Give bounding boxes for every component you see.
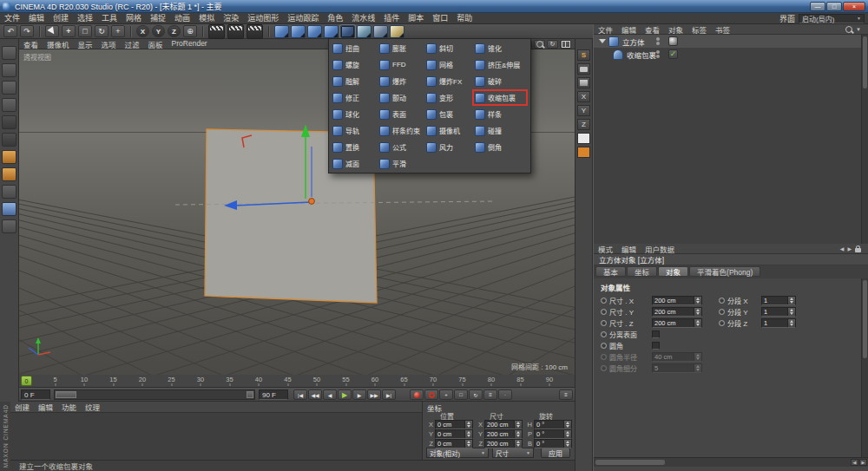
edges-mode-icon[interactable] bbox=[2, 133, 16, 147]
keyframe-selection-icon[interactable]: ≡ bbox=[559, 389, 573, 400]
spline-pen-icon[interactable] bbox=[291, 25, 306, 38]
deformer-menu-item[interactable]: 颤动 bbox=[377, 89, 424, 106]
stepper-icon[interactable] bbox=[464, 430, 472, 438]
deformer-menu-item[interactable]: 螺旋 bbox=[330, 56, 377, 73]
deformer-menu-item[interactable]: 挤压&伸展 bbox=[472, 56, 528, 73]
solo-toggle-icon[interactable]: S bbox=[577, 49, 590, 61]
apply-button[interactable]: 应用 bbox=[541, 448, 570, 458]
stepper-icon[interactable] bbox=[694, 308, 701, 316]
history-back-icon[interactable]: ◀ bbox=[840, 245, 845, 252]
x-axis-tile[interactable]: X bbox=[577, 91, 590, 102]
menu-item[interactable]: 脚本 bbox=[404, 13, 428, 23]
previous-frame-button[interactable]: ◀ bbox=[323, 389, 337, 400]
minimize-button[interactable]: — bbox=[810, 2, 825, 11]
menu-item[interactable]: 窗口 bbox=[428, 13, 452, 23]
viewport-menu-item[interactable]: 显示 bbox=[74, 39, 97, 49]
material-list[interactable] bbox=[10, 413, 422, 460]
next-key-button[interactable]: ▶▶ bbox=[367, 389, 381, 400]
layout-select[interactable]: 启动(局内) ▼ bbox=[799, 14, 865, 23]
deformer-menu-item[interactable]: 风力 bbox=[424, 139, 472, 155]
tab-坐标[interactable]: 坐标 bbox=[627, 266, 657, 277]
viewport-solo-icon[interactable] bbox=[2, 185, 16, 199]
polygons-mode-icon[interactable] bbox=[2, 150, 16, 164]
workplane-mode-icon[interactable] bbox=[2, 98, 16, 112]
record-scale-toggle[interactable]: □ bbox=[454, 389, 468, 400]
scrollbar-thumb[interactable] bbox=[863, 36, 867, 88]
deformer-menu-item[interactable]: 包裹 bbox=[424, 106, 472, 122]
keyframe-dot-icon[interactable] bbox=[719, 320, 725, 326]
keyframe-dot-icon[interactable] bbox=[601, 343, 607, 349]
scale-tool-button[interactable]: □ bbox=[78, 25, 92, 37]
coordinate-field[interactable]: 0 cm bbox=[435, 429, 473, 439]
deformer-menu-item[interactable]: 置换 bbox=[330, 139, 377, 155]
camera-icon[interactable] bbox=[373, 25, 388, 38]
zoom-view-icon[interactable] bbox=[534, 40, 545, 49]
editor-visibility-dot[interactable] bbox=[656, 50, 660, 54]
deformer-menu-item[interactable]: 膨胀 bbox=[377, 40, 424, 56]
previous-key-button[interactable]: ◀◀ bbox=[308, 389, 322, 400]
points-mode-icon[interactable] bbox=[2, 115, 16, 129]
deformer-menu-item[interactable]: 样条 bbox=[472, 106, 528, 122]
object-manager-menu[interactable]: 查看 bbox=[641, 24, 664, 35]
stepper-icon[interactable] bbox=[514, 430, 522, 438]
filter-icon[interactable]: ▼ bbox=[856, 27, 861, 32]
z-axis-lock-button[interactable]: Z bbox=[168, 25, 181, 37]
tab-基本[interactable]: 基本 bbox=[595, 266, 626, 277]
x-axis-lock-button[interactable]: X bbox=[136, 25, 149, 37]
model-mode-icon[interactable] bbox=[2, 63, 16, 77]
deformer-icon[interactable] bbox=[340, 25, 355, 38]
menu-item[interactable]: 网格 bbox=[122, 13, 146, 23]
stepper-icon[interactable] bbox=[464, 421, 472, 428]
property-field[interactable]: 200 cm bbox=[652, 296, 702, 305]
deformer-menu-item[interactable]: 网格 bbox=[424, 56, 472, 73]
horizontal-scrollbar[interactable]: ◀ ▶ bbox=[594, 457, 868, 467]
range-end-handle[interactable] bbox=[247, 391, 253, 398]
object-manager-menu[interactable]: 编辑 bbox=[617, 24, 641, 35]
stepper-icon[interactable] bbox=[464, 440, 472, 448]
deformer-menu-item[interactable]: 减面 bbox=[330, 155, 377, 172]
keyframe-dot-icon[interactable] bbox=[601, 320, 607, 326]
coordinate-system-button[interactable]: ⊕ bbox=[183, 25, 197, 37]
coordinate-field[interactable]: 200 cm bbox=[484, 439, 523, 448]
editor-visibility-dot[interactable] bbox=[656, 37, 660, 41]
deformer-menu-item[interactable]: 摄像机 bbox=[424, 122, 472, 139]
play-forward-button[interactable]: ▶ bbox=[338, 389, 352, 400]
attribute-manager-menu[interactable]: 用户数据 bbox=[641, 244, 679, 254]
deformer-menu-item[interactable]: 变形 bbox=[424, 89, 472, 106]
menu-item[interactable]: 创建 bbox=[49, 13, 73, 23]
stepper-icon[interactable] bbox=[563, 421, 571, 428]
attribute-manager-menu[interactable]: 模式 bbox=[594, 244, 617, 254]
viewport-menu-item[interactable]: 面板 bbox=[144, 39, 168, 49]
enable-axis-icon[interactable] bbox=[2, 167, 16, 181]
make-editable-icon[interactable] bbox=[2, 46, 16, 60]
menu-item[interactable]: 运动跟踪 bbox=[283, 13, 323, 23]
live-selection-button[interactable] bbox=[45, 25, 59, 37]
range-start-handle[interactable] bbox=[56, 391, 76, 398]
menu-item[interactable]: 捕捉 bbox=[146, 13, 170, 23]
rotate-tool-button[interactable]: ↻ bbox=[95, 25, 108, 37]
record-rotation-toggle[interactable]: ↻ bbox=[469, 389, 483, 400]
snap-icon[interactable] bbox=[2, 202, 16, 216]
property-field[interactable]: 1 bbox=[761, 296, 796, 305]
viewport-menu-item[interactable]: ProRender bbox=[168, 39, 212, 49]
property-field[interactable]: 200 cm bbox=[652, 307, 702, 317]
deformer-menu-item[interactable]: 倒角 bbox=[472, 139, 528, 155]
menu-item[interactable]: 编辑 bbox=[24, 13, 49, 23]
current-frame-field[interactable]: 0 F bbox=[21, 389, 50, 400]
visibility-dots[interactable] bbox=[656, 50, 660, 58]
viewport-menu-item[interactable]: 摄像机 bbox=[43, 39, 74, 49]
stepper-icon[interactable] bbox=[787, 319, 795, 327]
object-manager-menu[interactable]: 文件 bbox=[594, 24, 617, 35]
stepper-icon[interactable] bbox=[694, 297, 701, 304]
autokeying-button[interactable] bbox=[424, 389, 438, 400]
deformer-menu-item[interactable]: 爆炸 bbox=[377, 73, 424, 89]
deformer-menu-item[interactable]: 锥化 bbox=[472, 40, 528, 56]
viewport-menu-item[interactable]: 选项 bbox=[97, 39, 121, 49]
viewport-menu-item[interactable]: 查看 bbox=[19, 39, 43, 49]
deformer-menu-item[interactable]: 球化 bbox=[330, 106, 377, 122]
cube-primitive-icon[interactable] bbox=[274, 25, 289, 38]
menu-item[interactable]: 流水线 bbox=[347, 13, 379, 23]
coordinate-mode-select[interactable]: 对象(相对) ▼ bbox=[426, 448, 489, 458]
stepper-icon[interactable] bbox=[694, 319, 701, 327]
menu-item[interactable]: 动画 bbox=[170, 13, 194, 23]
